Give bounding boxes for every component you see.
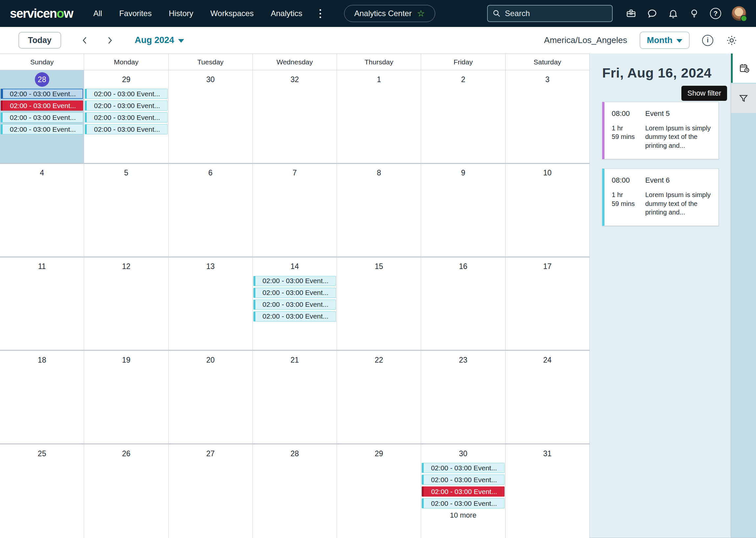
- calendar-event[interactable]: 02:00 - 03:00 Event...: [254, 299, 336, 310]
- user-avatar[interactable]: [732, 6, 746, 21]
- calendar-event[interactable]: 02:00 - 03:00 Event...: [1, 100, 83, 111]
- timezone-label: America/Los_Angeles: [544, 35, 627, 45]
- day-cell[interactable]: 31: [505, 444, 590, 538]
- analytics-center-pill[interactable]: Analytics Center ☆: [344, 5, 435, 22]
- day-cell[interactable]: 2: [421, 70, 505, 163]
- today-button[interactable]: Today: [19, 32, 61, 49]
- calendar-event[interactable]: 02:00 - 03:00 Event...: [85, 112, 167, 123]
- day-cell[interactable]: 8: [337, 164, 421, 256]
- day-cell[interactable]: 11: [0, 257, 84, 350]
- search-input[interactable]: [505, 9, 608, 18]
- nav-item-history[interactable]: History: [169, 9, 193, 18]
- day-cell[interactable]: 24: [505, 351, 590, 443]
- calendar-event[interactable]: 02:00 - 03:00 Event...: [1, 112, 83, 123]
- calendar-event[interactable]: 02:00 - 03:00 Event...: [422, 463, 504, 473]
- logo-text: servicen: [10, 7, 57, 20]
- day-cell[interactable]: 5: [84, 164, 168, 256]
- help-icon[interactable]: ?: [710, 8, 721, 19]
- search-icon: [493, 9, 501, 18]
- nav-item-all[interactable]: All: [93, 9, 102, 18]
- day-cell[interactable]: 7: [253, 164, 337, 256]
- day-number: 29: [337, 444, 421, 463]
- day-number: 14: [253, 257, 337, 276]
- calendar-event[interactable]: 02:00 - 03:00 Event...: [1, 124, 83, 134]
- day-number: 11: [0, 257, 84, 276]
- day-cell[interactable]: 30: [169, 70, 253, 163]
- day-cell[interactable]: 16: [421, 257, 505, 350]
- day-cell[interactable]: 4: [0, 164, 84, 256]
- day-cell[interactable]: 22: [337, 351, 421, 443]
- day-cell[interactable]: 6: [169, 164, 253, 256]
- day-cell[interactable]: 19: [84, 351, 168, 443]
- logo-text-end: w: [64, 7, 73, 20]
- day-number: 20: [169, 351, 253, 369]
- next-month-icon[interactable]: [105, 36, 114, 45]
- settings-gear-icon[interactable]: [726, 34, 737, 46]
- day-number: 24: [505, 351, 589, 369]
- day-cell[interactable]: 32: [253, 70, 337, 163]
- calendar-event[interactable]: 02:00 - 03:00 Event...: [85, 100, 167, 111]
- day-cell[interactable]: 23: [421, 351, 505, 443]
- filter-funnel-icon: [738, 93, 749, 104]
- agenda-view-button[interactable]: [731, 54, 756, 83]
- period-dropdown[interactable]: Aug 2024: [135, 35, 184, 45]
- day-cell[interactable]: 1: [337, 70, 421, 163]
- day-number: 12: [84, 257, 168, 276]
- prev-month-icon[interactable]: [80, 36, 89, 45]
- day-cell[interactable]: 2802:00 - 03:00 Event...02:00 - 03:00 Ev…: [0, 70, 84, 163]
- day-cell[interactable]: 26: [84, 444, 168, 538]
- day-cell[interactable]: 28: [253, 444, 337, 538]
- day-cell[interactable]: 13: [169, 257, 253, 350]
- nav-item-workspaces[interactable]: Workspaces: [210, 9, 254, 18]
- bell-icon[interactable]: [668, 8, 678, 19]
- day-cell[interactable]: 1402:00 - 03:00 Event...02:00 - 03:00 Ev…: [253, 257, 337, 350]
- day-cell[interactable]: 27: [169, 444, 253, 538]
- day-number: 1: [337, 70, 421, 89]
- calendar-event[interactable]: 02:00 - 03:00 Event...: [422, 486, 504, 497]
- calendar-event[interactable]: 02:00 - 03:00 Event...: [422, 498, 504, 509]
- lightbulb-icon[interactable]: [689, 8, 699, 19]
- day-cell[interactable]: 29: [337, 444, 421, 538]
- day-cell[interactable]: 12: [84, 257, 168, 350]
- event-card[interactable]: 08:00Event 61 hr59 minsLorem Ipsum is si…: [602, 169, 719, 226]
- briefcase-icon[interactable]: [626, 8, 636, 19]
- event-card[interactable]: 08:00Event 51 hr59 minsLorem Ipsum is si…: [602, 102, 719, 159]
- day-cell[interactable]: 20: [169, 351, 253, 443]
- day-cell[interactable]: 3002:00 - 03:00 Event...02:00 - 03:00 Ev…: [421, 444, 505, 538]
- calendar-event[interactable]: 02:00 - 03:00 Event...: [85, 89, 167, 99]
- day-cell[interactable]: 25: [0, 444, 84, 538]
- day-cell[interactable]: 18: [0, 351, 84, 443]
- favorite-star-icon[interactable]: ☆: [417, 9, 425, 18]
- calendar-event[interactable]: 02:00 - 03:00 Event...: [422, 475, 504, 485]
- day-number: 15: [337, 257, 421, 276]
- more-events-link[interactable]: 10 more: [421, 511, 505, 519]
- day-cell[interactable]: 10: [505, 164, 590, 256]
- filter-button[interactable]: [731, 84, 756, 113]
- day-number: 23: [421, 351, 505, 369]
- day-cell[interactable]: 17: [505, 257, 590, 350]
- search-box[interactable]: [487, 5, 613, 22]
- day-cell[interactable]: 2902:00 - 03:00 Event...02:00 - 03:00 Ev…: [84, 70, 168, 163]
- nav-item-favorites[interactable]: Favorites: [119, 9, 152, 18]
- weekday-header: Monday: [84, 54, 168, 70]
- week-row: 25262728293002:00 - 03:00 Event...02:00 …: [0, 444, 590, 538]
- day-cell[interactable]: 15: [337, 257, 421, 350]
- servicenow-logo[interactable]: servicenow: [10, 7, 73, 21]
- day-number: 30: [169, 70, 253, 89]
- day-cell[interactable]: 21: [253, 351, 337, 443]
- selected-day-badge: 28: [35, 72, 49, 87]
- panel-icon-rail: [731, 54, 756, 538]
- more-menu-icon[interactable]: [318, 7, 323, 20]
- nav-item-analytics[interactable]: Analytics: [271, 9, 302, 18]
- calendar-event[interactable]: 02:00 - 03:00 Event...: [85, 124, 167, 134]
- day-number: 5: [84, 164, 168, 182]
- calendar-event[interactable]: 02:00 - 03:00 Event...: [1, 89, 83, 99]
- calendar-event[interactable]: 02:00 - 03:00 Event...: [254, 311, 336, 322]
- info-icon[interactable]: i: [702, 35, 713, 46]
- view-dropdown[interactable]: Month: [640, 31, 690, 49]
- calendar-event[interactable]: 02:00 - 03:00 Event...: [254, 276, 336, 286]
- day-cell[interactable]: 3: [505, 70, 590, 163]
- calendar-event[interactable]: 02:00 - 03:00 Event...: [254, 288, 336, 298]
- day-cell[interactable]: 9: [421, 164, 505, 256]
- chat-icon[interactable]: [647, 8, 657, 19]
